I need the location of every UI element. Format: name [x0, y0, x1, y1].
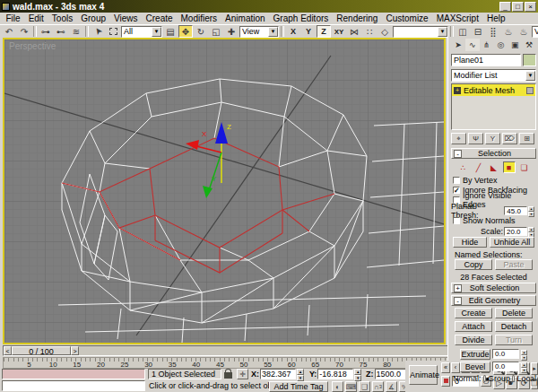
- edge-subobject-icon[interactable]: ╱: [473, 161, 485, 173]
- divide-button[interactable]: Divide: [455, 335, 492, 345]
- menu-rendering[interactable]: Rendering: [333, 13, 382, 23]
- tab-motion[interactable]: ◎: [493, 39, 508, 51]
- bevel-amount-field[interactable]: 0.0: [492, 362, 519, 371]
- tab-modify[interactable]: ∿: [465, 39, 480, 51]
- normals-scale-spinner[interactable]: ▴▾: [528, 227, 534, 236]
- unlink-selection-icon[interactable]: ⊷: [54, 25, 68, 38]
- stack-item-pin[interactable]: [526, 87, 534, 94]
- menu-customize[interactable]: Customize: [382, 13, 432, 23]
- degradation-override-icon[interactable]: ❑: [359, 381, 370, 392]
- select-and-scale-icon[interactable]: ◱: [209, 25, 223, 38]
- attach-button[interactable]: Attach: [455, 321, 492, 332]
- collapse-icon[interactable]: -: [454, 297, 462, 305]
- extrude-spinner[interactable]: ▴▾: [521, 350, 527, 359]
- tab-display[interactable]: ▣: [508, 39, 522, 51]
- by-vertex-checkbox[interactable]: By Vertex: [453, 176, 536, 185]
- menu-create[interactable]: Create: [142, 13, 177, 23]
- show-normals-checkbox[interactable]: Show Normals: [453, 216, 536, 225]
- material-editor-icon[interactable]: ⣿: [486, 25, 500, 38]
- select-and-link-icon[interactable]: ⊶: [39, 25, 53, 38]
- select-and-manipulate-icon[interactable]: ✚: [224, 25, 239, 38]
- reference-coordinate-dropdown[interactable]: View ▼: [239, 26, 279, 38]
- bevel-button[interactable]: Bevel: [460, 362, 490, 372]
- unhide-all-button[interactable]: Unhide All: [490, 237, 534, 248]
- menu-group[interactable]: Group: [77, 13, 110, 23]
- chevron-down-icon[interactable]: ▼: [525, 71, 535, 81]
- time-slider-prev-arrow[interactable]: <: [4, 346, 12, 355]
- maximize-button[interactable]: □: [512, 2, 524, 12]
- perspective-viewport[interactable]: Perspective: [3, 38, 446, 344]
- x-coord-field[interactable]: 382.367: [260, 369, 296, 379]
- chevron-down-icon[interactable]: ▼: [268, 27, 278, 37]
- menu-edit[interactable]: Edit: [24, 13, 48, 23]
- bevel-spinner[interactable]: ▴▾: [521, 362, 527, 371]
- maxscript-mini-listener[interactable]: [2, 380, 145, 391]
- stack-item-editable-mesh[interactable]: + Editable Mesh: [452, 84, 535, 96]
- menu-views[interactable]: Views: [110, 13, 143, 23]
- rectangular-selection-region-icon[interactable]: [106, 25, 120, 38]
- key-mode-toggle[interactable]: [441, 376, 450, 387]
- selection-filter-dropdown[interactable]: All ▼: [121, 26, 162, 38]
- normal-group-radio[interactable]: [483, 375, 486, 382]
- delete-button[interactable]: Delete: [495, 308, 533, 318]
- polygon-subobject-icon[interactable]: ■: [503, 161, 516, 173]
- snap-toggle-icon[interactable]: ∩3: [372, 381, 384, 392]
- render-scene-icon[interactable]: ♨: [501, 25, 516, 38]
- mirror-icon[interactable]: ⋈: [347, 25, 361, 38]
- rollout-selection[interactable]: - Selection: [451, 148, 536, 159]
- angle-snap-icon[interactable]: ∡: [386, 381, 397, 392]
- menu-help[interactable]: Help: [482, 13, 509, 23]
- viewport-label[interactable]: Perspective: [9, 41, 56, 51]
- selection-lock-toggle[interactable]: [224, 369, 232, 379]
- chevron-down-icon[interactable]: ▼: [152, 27, 161, 37]
- rollout-edit-geometry[interactable]: - Edit Geometry: [451, 295, 536, 306]
- menu-file[interactable]: File: [2, 13, 24, 23]
- tab-create[interactable]: ➤: [451, 39, 465, 51]
- rollout-soft-selection[interactable]: + Soft Selection: [451, 283, 536, 293]
- tab-utilities[interactable]: ⚒: [522, 39, 536, 51]
- vertex-subobject-icon[interactable]: ∴: [457, 161, 470, 173]
- normals-scale-field[interactable]: 20.0: [504, 227, 527, 236]
- time-slider[interactable]: < 0 / 100 >: [3, 345, 487, 356]
- array-icon[interactable]: ∷: [362, 25, 377, 38]
- remove-modifier-icon[interactable]: ⌦: [502, 133, 517, 144]
- pin-stack-icon[interactable]: ⌖: [451, 133, 466, 144]
- crossing-selection-icon[interactable]: ◐: [332, 381, 343, 392]
- element-subobject-icon[interactable]: ❏: [518, 161, 531, 173]
- keyboard-override-icon[interactable]: ⌨: [345, 381, 357, 392]
- face-subobject-icon[interactable]: ◣: [488, 161, 500, 173]
- x-coord-spinner[interactable]: ▴▾: [297, 369, 304, 379]
- schematic-view-icon[interactable]: ⊟: [471, 25, 485, 38]
- configure-modifier-sets-icon[interactable]: ⊞: [519, 133, 534, 144]
- extrude-amount-field[interactable]: 0.0: [492, 349, 519, 359]
- menu-maxscript[interactable]: MAXScript: [432, 13, 482, 23]
- restrict-x-button[interactable]: X: [286, 25, 300, 38]
- menu-animation[interactable]: Animation: [221, 13, 269, 23]
- maxscript-macro-recorder[interactable]: [2, 369, 145, 379]
- planar-thresh-spinner[interactable]: ▴▾: [528, 206, 534, 215]
- z-coord-field[interactable]: 1500.0: [375, 369, 407, 379]
- select-by-name-icon[interactable]: ▤: [163, 25, 178, 38]
- quick-render-icon[interactable]: ♨: [516, 25, 531, 38]
- absolute-mode-toggle[interactable]: ✛: [237, 369, 248, 379]
- turn-button[interactable]: Turn: [495, 335, 533, 345]
- redo-icon[interactable]: ↷: [17, 25, 31, 38]
- collapse-icon[interactable]: -: [454, 150, 462, 158]
- track-view-icon[interactable]: ◫: [456, 25, 470, 38]
- make-unique-icon[interactable]: Y: [485, 133, 500, 144]
- y-coord-spinner[interactable]: ▴▾: [354, 369, 361, 379]
- animate-button[interactable]: Animate: [409, 365, 438, 385]
- object-name-field[interactable]: Plane01: [451, 54, 521, 66]
- select-and-rotate-icon[interactable]: ↻: [194, 25, 208, 38]
- named-selection-dropdown[interactable]: ▼: [393, 26, 448, 38]
- hide-button[interactable]: Hide: [453, 237, 487, 248]
- tab-hierarchy[interactable]: ⋔: [480, 39, 494, 51]
- planar-thresh-field[interactable]: 45.0: [504, 206, 527, 215]
- paste-named-selection-button[interactable]: Paste: [495, 259, 533, 270]
- show-end-result-icon[interactable]: Ψ: [468, 133, 483, 144]
- minimize-button[interactable]: _: [499, 2, 511, 12]
- add-time-tag-button[interactable]: Add Time Tag: [269, 381, 328, 392]
- modifier-list-dropdown[interactable]: Modifier List ▼: [451, 69, 536, 82]
- restrict-y-button[interactable]: Y: [301, 25, 316, 38]
- select-and-move-icon[interactable]: ✥: [178, 25, 193, 38]
